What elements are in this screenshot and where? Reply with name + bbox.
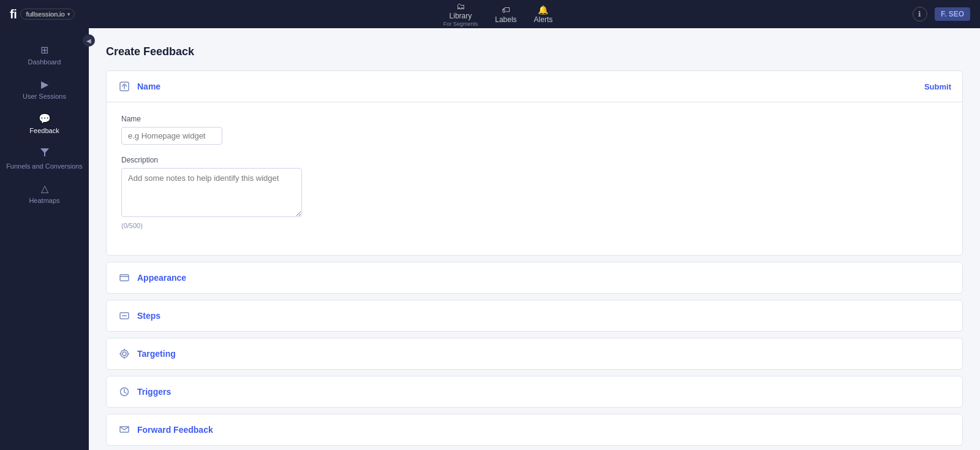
name-section-icon (118, 80, 131, 93)
section-steps-header[interactable]: Steps (107, 300, 962, 331)
name-label: Name (121, 115, 948, 123)
sidebar-item-user-sessions[interactable]: ▶ User Sessions (0, 72, 89, 107)
labels-icon: 🏷 (502, 5, 510, 15)
user-sessions-icon: ▶ (41, 78, 48, 90)
submit-button[interactable]: Submit (924, 82, 951, 91)
main-layout: ◀ ⊞ Dashboard ▶ User Sessions 💬 Feedback… (0, 28, 980, 450)
topnav-library[interactable]: 🗂 Library For Segments (443, 1, 478, 27)
section-steps: Steps (106, 300, 963, 332)
char-count: (0/500) (121, 222, 948, 229)
section-triggers: Triggers (106, 376, 963, 408)
info-icon: ℹ (918, 10, 921, 18)
sidebar-item-funnels[interactable]: Funnels and Conversions (0, 142, 89, 177)
main-content: Create Feedback Name Submit Name (89, 28, 980, 450)
targeting-section-icon (118, 347, 131, 360)
sidebar-item-label: Feedback (29, 127, 59, 135)
alerts-icon: 🔔 (538, 5, 548, 15)
section-appearance-header[interactable]: Appearance (107, 262, 962, 293)
sidebar-item-dashboard[interactable]: ⊞ Dashboard (0, 38, 89, 72)
funnels-icon (40, 148, 50, 160)
section-triggers-title: Triggers (137, 387, 171, 397)
domain-badge[interactable]: fullsession.io ▾ (20, 9, 75, 20)
section-name: Name Submit Name Description (0/500) (106, 71, 963, 256)
sidebar: ◀ ⊞ Dashboard ▶ User Sessions 💬 Feedback… (0, 28, 89, 450)
sidebar-item-label: Funnels and Conversions (6, 162, 83, 170)
topnav-labels[interactable]: 🏷 Labels (495, 5, 516, 24)
user-button[interactable]: F. SEO (935, 7, 970, 21)
page-title: Create Feedback (106, 45, 963, 58)
description-label: Description (121, 156, 948, 164)
name-input[interactable] (121, 127, 222, 145)
feedback-icon: 💬 (39, 113, 51, 124)
svg-marker-0 (40, 148, 49, 156)
svg-point-7 (123, 352, 126, 356)
sidebar-item-label: User Sessions (23, 93, 66, 101)
collapse-icon: ◀ (86, 37, 91, 44)
forward-feedback-section-icon (118, 423, 131, 437)
topnav-right: ℹ F. SEO (913, 7, 970, 21)
domain-chevron-icon: ▾ (67, 12, 70, 17)
sidebar-item-label: Heatmaps (29, 197, 59, 205)
description-textarea[interactable] (121, 168, 302, 217)
sidebar-collapse-button[interactable]: ◀ (83, 34, 95, 47)
section-name-title: Name (137, 82, 160, 91)
library-icon: 🗂 (456, 1, 465, 11)
topnav-alerts[interactable]: 🔔 Alerts (534, 5, 553, 24)
topnav-center: 🗂 Library For Segments 🏷 Labels 🔔 Alerts (98, 1, 898, 27)
section-forward-feedback: Forward Feedback (106, 414, 963, 446)
sidebar-item-label: Dashboard (28, 58, 61, 66)
section-targeting: Targeting (106, 338, 963, 370)
section-name-body: Name Description (0/500) (107, 102, 962, 255)
section-name-header[interactable]: Name Submit (107, 71, 962, 102)
steps-section-icon (118, 309, 131, 322)
section-appearance: Appearance (106, 262, 963, 294)
section-forward-feedback-title: Forward Feedback (137, 425, 213, 435)
logo-text: fi (10, 7, 17, 21)
heatmaps-icon: △ (41, 183, 48, 194)
appearance-section-icon (118, 271, 131, 284)
description-field-group: Description (0/500) (121, 156, 948, 229)
info-button[interactable]: ℹ (913, 7, 927, 21)
topnav: fi fullsession.io ▾ 🗂 Library For Segmen… (0, 0, 980, 28)
dashboard-icon: ⊞ (40, 44, 48, 56)
sidebar-item-feedback[interactable]: 💬 Feedback (0, 107, 89, 141)
triggers-section-icon (118, 385, 131, 399)
app-logo[interactable]: fi fullsession.io ▾ (10, 7, 83, 21)
section-steps-title: Steps (137, 311, 160, 321)
svg-point-6 (121, 350, 128, 357)
section-targeting-header[interactable]: Targeting (107, 338, 962, 369)
sidebar-item-heatmaps[interactable]: △ Heatmaps (0, 177, 89, 211)
section-appearance-title: Appearance (137, 273, 186, 283)
section-forward-feedback-header[interactable]: Forward Feedback (107, 414, 962, 445)
svg-rect-2 (120, 275, 129, 281)
section-targeting-title: Targeting (137, 349, 176, 359)
name-field-group: Name (121, 115, 948, 145)
section-triggers-header[interactable]: Triggers (107, 376, 962, 407)
